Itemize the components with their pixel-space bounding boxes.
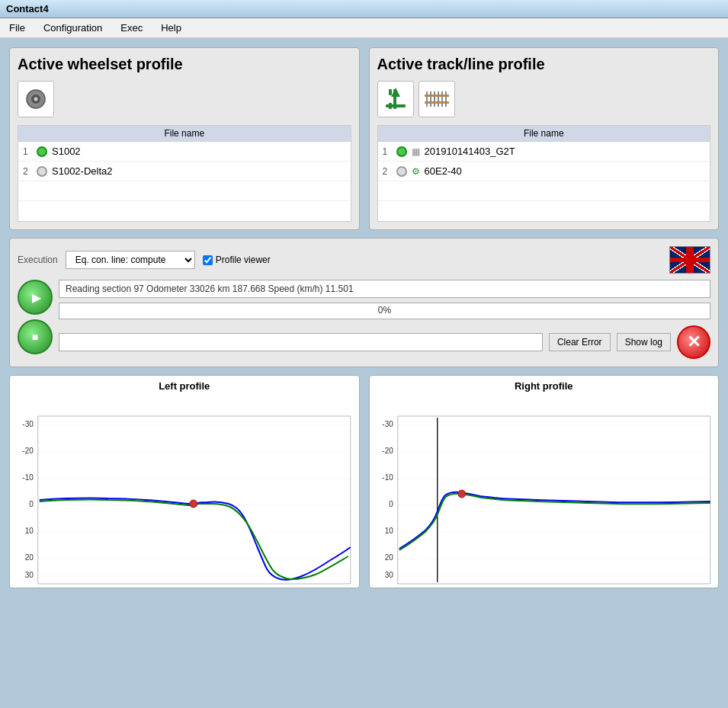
right-profile-panel: Right profile -30 -20 -10 0 10 20 30 680… bbox=[369, 375, 720, 588]
exec-buttons: ▶ ■ bbox=[18, 280, 53, 354]
wheelset-panel: Active wheelset profile File name 1 S100… bbox=[9, 47, 360, 230]
svg-rect-10 bbox=[426, 91, 428, 107]
rail-icon bbox=[383, 86, 409, 112]
file-name-2: S1002-Delta2 bbox=[52, 165, 113, 177]
track-thumb-1: ▦ bbox=[412, 146, 420, 157]
svg-rect-6 bbox=[386, 104, 406, 107]
play-icon: ▶ bbox=[32, 290, 41, 305]
title-bar: Contact4 bbox=[0, 0, 728, 18]
menu-bar: File Configuration Exec Help bbox=[0, 18, 728, 38]
left-profile-panel: Left profile -30 -20 -10 0 10 20 30 -820… bbox=[9, 375, 360, 588]
wheelset-row-2[interactable]: 2 S1002-Delta2 bbox=[18, 162, 351, 181]
uk-flag bbox=[670, 247, 710, 273]
language-flag-btn[interactable] bbox=[669, 246, 710, 274]
svg-rect-12 bbox=[434, 91, 435, 107]
clear-error-button[interactable]: Clear Error bbox=[549, 333, 611, 351]
wheelset-row-1[interactable]: 1 S1002 bbox=[18, 142, 351, 162]
play-button[interactable]: ▶ bbox=[18, 280, 53, 315]
wheelset-file-header: File name bbox=[18, 126, 351, 142]
svg-text:-20: -20 bbox=[22, 447, 34, 455]
track-radio-2-inactive[interactable] bbox=[396, 166, 407, 177]
wheelset-icons bbox=[18, 81, 351, 117]
svg-text:-30: -30 bbox=[382, 420, 393, 428]
track-grid-icon bbox=[424, 88, 450, 110]
svg-point-2 bbox=[34, 98, 38, 101]
svg-text:10: 10 bbox=[384, 527, 393, 535]
profile-viewer-row: Profile viewer bbox=[203, 255, 271, 265]
svg-text:-30: -30 bbox=[22, 420, 34, 428]
svg-rect-15 bbox=[445, 91, 447, 107]
row-num-2: 2 bbox=[23, 166, 32, 177]
radio-1-active[interactable] bbox=[37, 146, 47, 157]
track-file-header: File name bbox=[378, 126, 710, 142]
file-name-1: S1002 bbox=[52, 146, 81, 157]
track-thumb-2: ⚙ bbox=[412, 166, 420, 177]
window-title: Contact4 bbox=[6, 3, 49, 14]
svg-text:-10: -10 bbox=[22, 473, 34, 482]
cancel-button[interactable]: ✕ bbox=[677, 325, 710, 359]
main-content: Active wheelset profile File name 1 S100… bbox=[0, 38, 728, 597]
cancel-icon: ✕ bbox=[687, 332, 701, 352]
track-row-num-2: 2 bbox=[383, 166, 392, 177]
svg-text:30: 30 bbox=[25, 571, 34, 579]
menu-help[interactable]: Help bbox=[158, 21, 184, 35]
bottom-panels: Left profile -30 -20 -10 0 10 20 30 -820… bbox=[9, 375, 719, 588]
svg-text:0: 0 bbox=[389, 500, 393, 508]
left-profile-chart: -30 -20 -10 0 10 20 30 -820 -800 -780 -7… bbox=[14, 395, 354, 585]
top-panels: Active wheelset profile File name 1 S100… bbox=[9, 47, 719, 230]
exec-top-row: Execution Eq. con. line: compute Single … bbox=[18, 246, 710, 274]
svg-rect-14 bbox=[441, 91, 443, 107]
track-rail-icon-btn[interactable] bbox=[377, 81, 414, 117]
radio-2-inactive[interactable] bbox=[37, 166, 47, 177]
wheelset-row-empty-1 bbox=[18, 181, 351, 201]
track-icons bbox=[377, 81, 711, 117]
exec-dropdown[interactable]: Eq. con. line: compute Single contact Mu… bbox=[66, 251, 195, 269]
profile-viewer-label: Profile viewer bbox=[216, 255, 271, 265]
error-text-input[interactable] bbox=[59, 333, 543, 351]
wheelset-file-table: File name 1 S1002 2 S1002-Delta2 bbox=[18, 125, 351, 222]
right-profile-chart: -30 -20 -10 0 10 20 30 680 700 720 740 7… bbox=[374, 395, 714, 585]
exec-main-row: ▶ ■ Reading section 97 Odometer 33026 km… bbox=[18, 280, 710, 359]
menu-file[interactable]: File bbox=[6, 21, 28, 35]
execution-panel: Execution Eq. con. line: compute Single … bbox=[9, 238, 719, 367]
svg-text:10: 10 bbox=[25, 527, 34, 535]
track-panel: Active track/line profile bbox=[369, 47, 720, 230]
wheelset-title: Active wheelset profile bbox=[18, 56, 351, 73]
wheelset-row-empty-2 bbox=[18, 201, 351, 221]
wheel-icon bbox=[24, 88, 47, 111]
wheelset-icon-btn[interactable] bbox=[18, 81, 54, 117]
track-row-num-1: 1 bbox=[383, 146, 392, 157]
svg-text:30: 30 bbox=[384, 571, 393, 579]
progress-label: 0% bbox=[378, 305, 391, 316]
track-title: Active track/line profile bbox=[377, 56, 711, 73]
svg-text:20: 20 bbox=[384, 553, 393, 562]
left-profile-title: Left profile bbox=[14, 380, 354, 392]
track-row-empty-1 bbox=[378, 181, 710, 201]
progress-bar-container: 0% bbox=[59, 303, 710, 319]
menu-configuration[interactable]: Configuration bbox=[40, 21, 105, 35]
svg-text:0: 0 bbox=[29, 500, 34, 508]
svg-rect-4 bbox=[389, 89, 392, 95]
track-radio-1-active[interactable] bbox=[396, 146, 407, 157]
svg-point-64 bbox=[457, 490, 465, 498]
track-row-2[interactable]: 2 ⚙ 60E2-40 bbox=[378, 162, 710, 181]
error-btn-row: Clear Error Show log ✕ bbox=[59, 325, 710, 359]
show-log-button[interactable]: Show log bbox=[617, 333, 671, 351]
track-file-table: File name 1 ▦ 201910141403_G2T 2 ⚙ 60E2-… bbox=[377, 125, 711, 222]
stop-icon: ■ bbox=[32, 331, 38, 343]
right-profile-title: Right profile bbox=[374, 380, 714, 392]
track-grid-icon-btn[interactable] bbox=[419, 81, 455, 117]
svg-rect-13 bbox=[438, 91, 439, 107]
svg-point-39 bbox=[190, 500, 197, 508]
exec-right: Reading section 97 Odometer 33026 km 187… bbox=[59, 280, 710, 359]
profile-viewer-checkbox[interactable] bbox=[203, 255, 213, 265]
track-row-empty-2 bbox=[378, 201, 710, 221]
track-row-1[interactable]: 1 ▦ 201910141403_G2T bbox=[378, 142, 710, 162]
row-num-1: 1 bbox=[23, 146, 32, 157]
svg-text:-10: -10 bbox=[382, 473, 393, 482]
stop-button[interactable]: ■ bbox=[18, 319, 53, 354]
svg-rect-11 bbox=[430, 91, 431, 107]
exec-label: Execution bbox=[18, 255, 58, 265]
track-file-name-2: 60E2-40 bbox=[425, 165, 462, 177]
menu-exec[interactable]: Exec bbox=[117, 21, 146, 35]
